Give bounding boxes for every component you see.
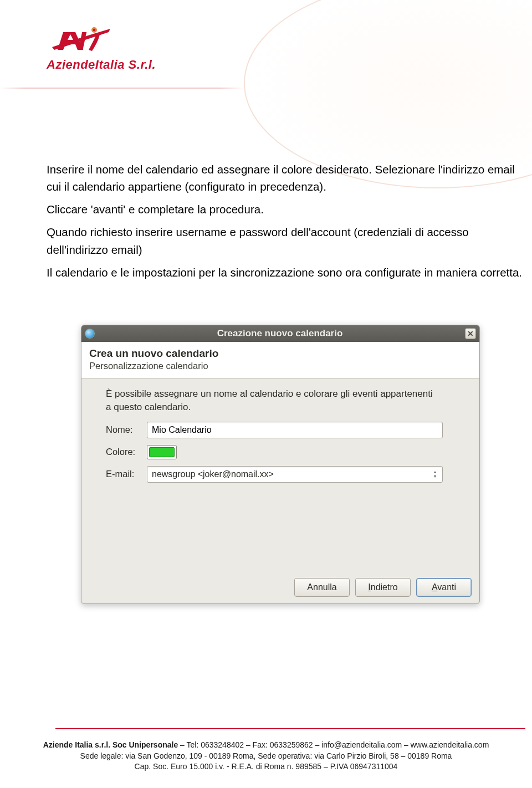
paragraph: Il calendario e le impostazioni per la s… [47, 264, 532, 281]
color-swatch-icon [149, 447, 175, 457]
next-button[interactable]: Avanti [416, 578, 472, 597]
paragraph: Quando richiesto inserire username e pas… [47, 223, 532, 258]
paragraph: Cliccare 'avanti' e completare la proced… [47, 201, 532, 218]
dialog-subheading: Personalizzazione calendario [89, 361, 472, 371]
svg-point-2 [93, 29, 95, 31]
instruction-text: Inserire il nome del calendario ed asseg… [47, 161, 532, 286]
window-title: Creazione nuovo calendario [95, 328, 465, 339]
close-icon[interactable]: ✕ [465, 328, 476, 339]
logo-mark-icon [47, 22, 113, 55]
header-rule [0, 88, 244, 89]
dialog-body: È possibile assegnare un nome al calenda… [81, 378, 479, 483]
footer-line: Cap. Soc. Euro 15.000 i.v. - R.E.A. di R… [0, 761, 532, 772]
background-curve [244, 0, 532, 188]
name-label: Nome: [106, 424, 147, 435]
color-label: Colore: [106, 447, 147, 457]
paragraph: Inserire il nome del calendario ed asseg… [47, 161, 532, 195]
page-footer: Aziende Italia s.r.l. Soc Unipersonale –… [0, 740, 532, 772]
back-button[interactable]: Indietro [355, 578, 411, 597]
footer-line: Sede legale: via San Godenzo, 109 - 0018… [0, 751, 532, 762]
form-row-email: E-mail: newsgroup <joker@nomail.xx> ▴▾ [106, 466, 466, 483]
email-select[interactable]: newsgroup <joker@nomail.xx> ▴▾ [147, 466, 443, 483]
email-value: newsgroup <joker@nomail.xx> [152, 469, 274, 479]
app-icon [85, 329, 95, 339]
logo-text: AziendeItalia S.r.l. [47, 58, 156, 72]
color-picker[interactable] [147, 445, 177, 459]
dialog-footer: Annulla Indietro Avanti [294, 578, 472, 597]
form-row-color: Colore: [106, 445, 466, 459]
form-row-name: Nome: [106, 422, 466, 438]
cancel-button[interactable]: Annulla [294, 578, 350, 597]
dialog-heading: Crea un nuovo calendario [89, 347, 472, 360]
dialog-window: Creazione nuovo calendario ✕ Crea un nuo… [81, 325, 480, 604]
footer-rule [55, 728, 525, 729]
email-label: E-mail: [106, 469, 147, 479]
dialog-description: È possibile assegnare un nome al calenda… [106, 387, 438, 414]
spinner-icon[interactable]: ▴▾ [430, 468, 440, 480]
name-input[interactable] [147, 422, 443, 438]
dialog-header: Crea un nuovo calendario Personalizzazio… [81, 342, 479, 378]
footer-line: Aziende Italia s.r.l. Soc Unipersonale –… [0, 740, 532, 751]
titlebar[interactable]: Creazione nuovo calendario ✕ [81, 325, 479, 342]
logo: AziendeItalia S.r.l. [47, 22, 156, 72]
